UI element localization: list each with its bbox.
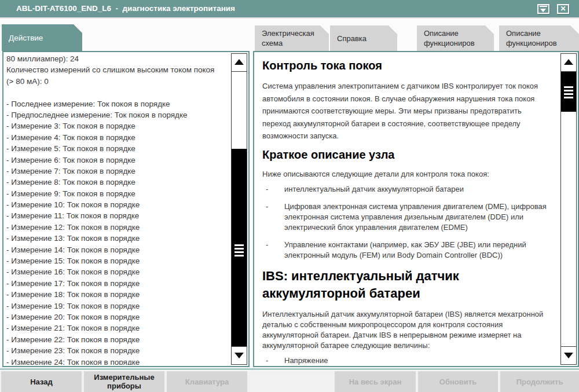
measurement-line: - Измерение 5: Ток покоя в порядке [6,143,228,154]
tab-help-label: Справка [337,34,367,43]
continue-button[interactable]: Продолжить [500,371,579,392]
keyboard-button[interactable]: Клавиатура [167,371,247,392]
measurement-line: - Измерение 3: Ток покоя в порядке [6,120,228,131]
scroll-down-icon [564,353,573,358]
left-scroll-down-button[interactable] [232,346,247,364]
bullet-dash: - [262,202,284,233]
measurement-line: - Предпоследнее измерение: Ток покоя в п… [6,109,228,120]
measuring-instruments-button[interactable]: Измерительные приборы [84,371,164,392]
tab-wiring-diagram[interactable]: Электрическая схема [255,25,329,51]
right-scroll-up-button[interactable] [561,54,576,72]
bullet-dash: - [262,184,284,195]
tab-wiring-diagram-label: Электрическая схема [262,28,321,48]
scroll-up-icon [234,59,244,65]
measurement-line: - Измерение 19: Ток покоя в порядке [6,301,228,312]
scroll-down-icon [234,353,244,358]
action-log-text: 80 миллиампер): 24Количество измерений с… [6,53,228,365]
section-heading: Контроль тока покоя [262,58,551,73]
measuring-instruments-button-label: Измерительные приборы [84,373,164,390]
help-panel: Контроль тока покояСистема управления эл… [253,51,579,367]
measurement-line: - Измерение 16: Ток покоя в порядке [6,266,228,277]
left-scroll-up-button[interactable] [232,54,247,72]
right-scroll-down-button[interactable] [561,346,576,364]
section-heading: Краткое описание узла [262,147,551,162]
measurement-line: - Измерение 11: Ток покоя в порядке [6,210,228,221]
bottom-separator [0,368,579,370]
back-button-label: Назад [30,378,53,386]
scrollbar-grip-icon [234,244,244,257]
paragraph: Ниже описываются следующие детали для ко… [262,169,551,179]
measurement-line: - Измерение 10: Ток покоя в порядке [6,199,228,210]
measurement-line: - Измерение 20: Ток покоя в порядке [6,312,228,323]
back-button[interactable]: Назад [1,371,82,392]
keyboard-button-label: Клавиатура [185,378,229,386]
fullscreen-button-label: На весь экран [349,378,402,386]
measurement-line: - Измерение 24: Ток покоя в порядке [6,357,228,365]
restore-window-icon[interactable] [537,4,549,14]
scrollbar-grip-icon [564,86,573,98]
bullet-dash: - [262,356,284,366]
bottom-button-bar: НазадИзмерительные приборыКлавиатураНа в… [0,371,579,392]
right-scrollbar-thumb[interactable] [561,72,576,112]
diagnostic-app-window: ABL-DIT-AT6100_END_L6 - диагностика элек… [0,0,579,392]
restore-icon-arrow [540,9,546,12]
tab-function-description-1[interactable]: Описание функциониров [417,25,494,51]
measurement-line [6,87,228,98]
help-section: Краткое описание узлаНиже описываются сл… [262,147,551,261]
bullet-item: -Напряжение [262,356,551,366]
tab-action-label: Действие [9,33,43,43]
bullet-dash: - [262,240,284,261]
left-scrollbar[interactable] [231,53,247,365]
fullscreen-button[interactable]: На весь экран [335,371,416,392]
window-titlebar: ABL-DIT-AT6100_END_L6 - диагностика элек… [0,0,579,17]
measurement-line: - Измерение 23: Ток покоя в порядке [6,345,228,356]
bullet-text: интеллектуальный датчик аккумуляторной б… [284,184,551,195]
measurement-line: - Измерение 6: Ток покоя в порядке [6,155,228,166]
refresh-button[interactable]: Обновить [418,371,498,392]
help-content: Контроль тока покояСистема управления эл… [254,52,558,366]
window-title: ABL-DIT-AT6100_END_L6 - диагностика элек… [16,4,235,13]
measurement-line: - Измерение 7: Ток покоя в порядке [6,166,228,177]
tab-action[interactable]: Действие [2,24,82,51]
paragraph: Интеллектуальный датчик аккумуляторной б… [262,309,551,351]
section-heading: IBS: интеллектуальный датчик аккумулятор… [262,268,551,302]
measurement-line: - Последнее измерение: Ток покоя в поряд… [6,98,228,109]
refresh-button-label: Обновить [439,378,477,386]
measurement-line: - Измерение 21: Ток покоя в порядке [6,323,228,334]
measurement-line: - Измерение 18: Ток покоя в порядке [6,289,228,300]
bullet-item: -интеллектуальный датчик аккумуляторной … [262,184,551,195]
tab-function-description-1-label: Описание функциониров [424,28,486,48]
measurement-line: - Измерение 9: Ток покоя в порядке [6,188,228,199]
left-scrollbar-thumb[interactable] [232,149,247,351]
restore-icon-bar [540,6,547,7]
right-scrollbar[interactable] [560,53,577,365]
tab-function-description-2-label: Описание функциониров [506,28,571,48]
measurement-line: 80 миллиампер): 24 [6,53,228,64]
measurement-line: Количество измерений со слишком высоким … [6,64,228,75]
action-log-panel: 80 миллиампер): 24Количество измерений с… [2,51,250,367]
measurement-line: - Измерение 17: Ток покоя в порядке [6,278,228,289]
measurement-line: - Измерение 13: Ток покоя в порядке [6,233,228,244]
measurement-line: - Измерение 4: Ток покоя в порядке [6,132,228,143]
measurement-line: - Измерение 22: Ток покоя в порядке [6,334,228,345]
bullet-item: -Цифровая электронная система управления… [262,202,551,233]
scroll-up-icon [564,59,573,65]
bullet-text: Управление контактами (например, как ЭБУ… [284,240,551,261]
bullet-item: -Управление контактами (например, как ЭБ… [262,240,551,261]
close-window-icon[interactable]: ✕ [557,4,569,14]
measurement-line: - Измерение 15: Ток покоя в порядке [6,255,228,266]
help-section: IBS: интеллектуальный датчик аккумулятор… [262,268,551,366]
bullet-text: Напряжение [284,356,551,366]
paragraph: Система управления электропитанием с дат… [262,80,551,142]
bullet-text: Цифровая электронная система управления … [284,202,551,233]
measurement-line: (> 80 мА): 0 [6,76,228,87]
continue-button-label: Продолжить [516,378,563,386]
tab-help[interactable]: Справка [330,25,397,51]
measurement-line: - Измерение 12: Ток покоя в порядке [6,222,228,233]
measurement-line: - Измерение 14: Ток покоя в порядке [6,244,228,255]
measurement-line: - Измерение 8: Ток покоя в порядке [6,177,228,188]
tab-function-description-2[interactable]: Описание функциониров [499,25,579,51]
help-section: Контроль тока покояСистема управления эл… [262,58,551,142]
